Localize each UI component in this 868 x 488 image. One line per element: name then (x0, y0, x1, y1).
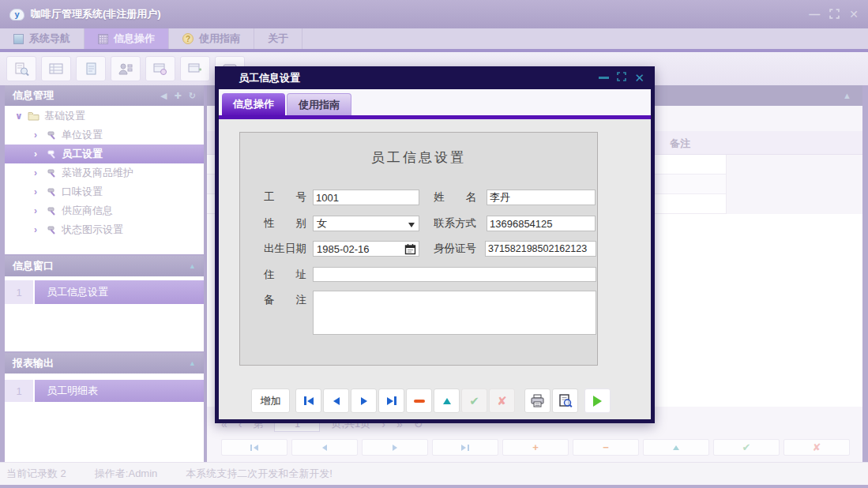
panel-title: 信息管理 (13, 88, 54, 103)
report-output-panel-header: 报表输出 ▲ (5, 353, 204, 374)
dialog-close-button[interactable]: ✕ (634, 73, 644, 84)
tool-icon (47, 187, 57, 197)
document-button[interactable] (76, 56, 106, 81)
run-button[interactable] (584, 389, 611, 413)
window-search-button[interactable] (145, 56, 175, 81)
employee-form-panel: 员工信息设置 工 号 姓 名 性 别 女 联系方式 出生日期 1985-02-1… (239, 132, 598, 366)
dialog-tab-user-guide[interactable]: 使用指南 (287, 93, 351, 115)
tab-info-operation[interactable]: 信息操作 (85, 28, 169, 49)
tree-item-employee-settings[interactable]: › 员工设置 (5, 145, 204, 163)
panel-refresh-icon[interactable]: ↻ (189, 91, 196, 101)
preview-button[interactable] (552, 389, 578, 413)
emp-no-input[interactable] (313, 190, 419, 205)
birth-date-input[interactable]: 1985-02-16 (313, 241, 419, 257)
list-item-label: 员工明细表 (35, 380, 204, 402)
employee-info-dialog: 员工信息设置 ✕ 信息操作 使用指南 员工信息设置 工 号 姓 名 性 别 (215, 66, 655, 423)
dialog-title: 员工信息设置 (239, 71, 300, 85)
table-view-icon (47, 62, 65, 77)
collapse-icon[interactable]: ▲ (843, 91, 851, 100)
status-bar: 当前记录数 2 操作者:Admin 本系统支持二次开发和全新开发! (0, 462, 868, 485)
list-item-index: 1 (5, 280, 33, 304)
tab-label: 使用指南 (199, 32, 240, 46)
tree-item-supplier-info[interactable]: › 供应商信息 (5, 201, 204, 220)
calendar-icon (404, 243, 416, 255)
last-record-button[interactable] (432, 439, 498, 456)
gender-select[interactable]: 女 (313, 216, 419, 231)
prev-record-button[interactable] (291, 439, 358, 456)
tree-item-status-icon-settings[interactable]: › 状态图示设置 (5, 220, 204, 239)
phone-input[interactable] (487, 216, 596, 231)
main-tabbar: 系统导航 信息操作 ? 使用指南 关于 (0, 28, 868, 49)
help-icon: ? (182, 33, 194, 44)
edit-record-button[interactable] (434, 389, 460, 413)
chevron-right-icon: › (34, 130, 42, 141)
cross-icon: ✘ (497, 394, 507, 408)
window-search-icon (152, 62, 169, 77)
tab-user-guide[interactable]: ? 使用指南 (169, 28, 254, 49)
prev-record-button[interactable] (323, 389, 349, 413)
birth-value: 1985-02-16 (314, 243, 404, 255)
panel-back-icon[interactable]: ◀ (160, 91, 167, 101)
edit-record-button[interactable] (643, 439, 709, 456)
tree-item-taste-settings[interactable]: › 口味设置 (5, 182, 204, 201)
record-nav-bar: + − ✔ ✘ (221, 439, 850, 456)
delete-record-button[interactable] (406, 389, 432, 413)
dropdown-arrow-icon (408, 218, 415, 230)
search-document-button[interactable] (6, 56, 36, 81)
tab-label: 关于 (268, 32, 288, 46)
status-record-count: 当前记录数 2 (6, 467, 66, 481)
cancel-record-button[interactable]: ✘ (783, 439, 850, 456)
list-item-employee-info[interactable]: 1 员工信息设置 (5, 280, 204, 304)
name-input[interactable] (487, 190, 596, 205)
status-message: 本系统支持二次开发和全新开发! (186, 467, 333, 481)
app-logo-icon: y (9, 9, 24, 21)
tab-system-nav[interactable]: 系统导航 (0, 28, 85, 49)
address-input[interactable] (313, 267, 596, 282)
chevron-right-icon: › (34, 148, 42, 160)
name-label: 姓 名 (434, 190, 476, 205)
first-record-button[interactable] (295, 389, 321, 413)
confirm-button[interactable]: ✔ (461, 389, 487, 413)
window-add-button[interactable] (180, 56, 210, 81)
last-record-button[interactable] (378, 389, 404, 413)
remark-label: 备 注 (264, 292, 306, 308)
document-icon (82, 62, 100, 77)
next-record-button[interactable] (351, 389, 377, 413)
window-minimize-button[interactable]: — (809, 9, 820, 20)
tree-item-menu-goods[interactable]: › 菜谱及商品维护 (5, 163, 204, 182)
next-record-button[interactable] (362, 439, 428, 456)
chevron-expanded-icon[interactable]: ∨ (15, 111, 23, 122)
collapse-icon[interactable]: ▲ (189, 262, 196, 270)
list-item-employee-report[interactable]: 1 员工明细表 (5, 380, 204, 402)
first-record-button[interactable] (221, 439, 287, 456)
tree-item-label: 菜谱及商品维护 (62, 166, 133, 180)
tree-node-basic-settings[interactable]: ∨ 基础设置 (5, 106, 204, 126)
window-title: 咖啡厅管理系统(非注册用户) (31, 7, 161, 21)
report-list: 1 员工明细表 (5, 374, 204, 462)
panel-add-icon[interactable]: ✚ (175, 91, 182, 101)
collapse-icon[interactable]: ▲ (189, 359, 196, 367)
tree-item-unit-settings[interactable]: › 单位设置 (5, 126, 204, 145)
window-close-button[interactable]: ✕ (849, 9, 859, 20)
dialog-tab-info-operation[interactable]: 信息操作 (222, 93, 285, 115)
user-report-button[interactable] (111, 56, 141, 81)
add-record-button[interactable]: + (502, 439, 569, 456)
cancel-button[interactable]: ✘ (489, 389, 515, 413)
table-view-button[interactable] (41, 56, 71, 81)
delete-record-button[interactable]: − (573, 439, 639, 456)
info-window-panel-header: 信息窗口 ▲ (5, 256, 204, 276)
print-button[interactable] (524, 389, 550, 413)
info-window-list: 1 员工信息设置 (5, 276, 204, 351)
dialog-maximize-button[interactable] (617, 72, 626, 84)
list-item-index: 1 (5, 380, 33, 402)
emp-no-label: 工 号 (264, 190, 306, 205)
id-no-input[interactable] (485, 241, 596, 257)
chevron-right-icon: › (34, 224, 42, 235)
dialog-minimize-button[interactable] (599, 77, 609, 79)
tab-label: 信息操作 (114, 32, 155, 46)
tab-about[interactable]: 关于 (254, 28, 302, 49)
confirm-record-button[interactable]: ✔ (713, 439, 780, 456)
add-button[interactable]: 增加 (251, 389, 290, 413)
remark-textarea[interactable] (313, 291, 596, 335)
window-restore-button[interactable] (829, 9, 840, 21)
